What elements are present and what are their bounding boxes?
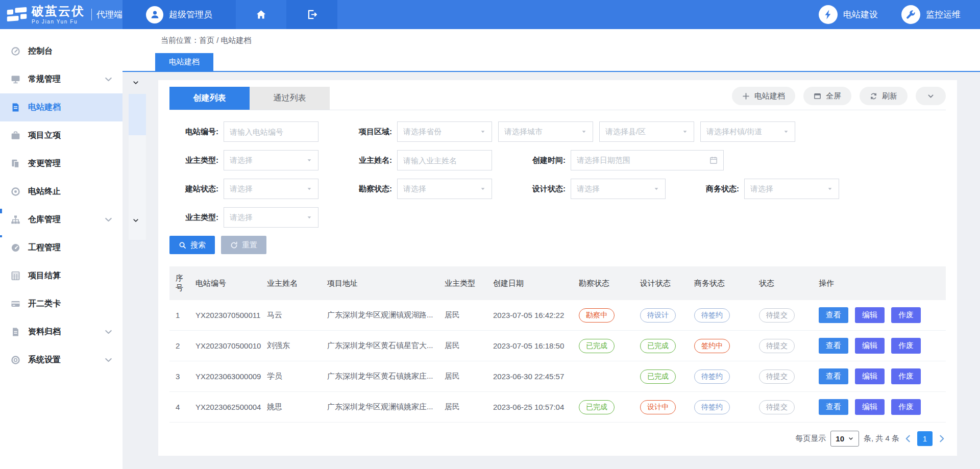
cell-station-code: YX2023062500004 [192,392,264,423]
column-header: 商务状态 [691,266,756,300]
logout-button[interactable] [286,0,337,29]
filter-select[interactable]: 请选择 [224,207,318,228]
main-content: 当前位置：首页 / 电站建档 电站建档 创建列表通过列表 电站建档全屏刷新 电站… [122,29,980,469]
table-body: 1YX2023070500011马云广东深圳龙华区观澜镇观湖路...居民2023… [169,300,946,423]
edit-button[interactable]: 编辑 [855,368,885,384]
lightning-icon [819,5,838,24]
column-header: 设计状态 [637,266,691,300]
sidebar-item-label: 系统设置 [28,355,61,365]
breadcrumb-item[interactable]: 首页 [199,36,214,44]
date-range-input[interactable]: 请选择日期范围 [571,150,724,170]
cell-station-code: YX2023063000009 [192,361,264,392]
cell-address: 广东深圳龙华区观澜镇观湖路... [324,300,442,331]
collapse-chevron-icon[interactable] [132,217,139,224]
sidebar-item-工程管理[interactable]: 工程管理 [0,234,122,262]
filter-select[interactable]: 请选择 [224,179,318,199]
toolbar-button-label: 电站建档 [754,91,785,101]
settings-icon [11,355,20,365]
page-tab-row: 电站建档 [122,53,980,72]
edit-button[interactable]: 编辑 [855,399,885,415]
filter-select[interactable]: 请选择县/区 [599,121,694,142]
card-icon [11,299,20,309]
toolbar-button-刷新[interactable]: 刷新 [860,87,908,105]
sidebar-item-电站建档[interactable]: 电站建档 [0,93,122,121]
sidebar-item-变更管理[interactable]: 变更管理 [0,150,122,178]
sidebar-item-系统设置[interactable]: 系统设置 [0,346,122,374]
cell-design-status: 已完成 [637,331,691,361]
filter-select[interactable]: 请选择村镇/街道 [700,121,795,142]
status-badge: 待签约 [694,400,730,414]
user-menu[interactable]: 超级管理员 [122,0,236,29]
view-button[interactable]: 查看 [819,338,848,354]
next-page-button[interactable] [937,434,946,443]
edit-button[interactable]: 编辑 [855,307,885,323]
filter-form: 电站编号:项目区域:请选择省份请选择城市请选择县/区请选择村镇/街道业主类型:请… [169,121,946,228]
wrench-icon [905,9,916,20]
cell-created-date: 2023-06-30 22:45:57 [490,361,576,392]
cell-status: 待提交 [756,392,816,423]
chevron-down-icon [104,215,113,225]
sidebar-item-项目结算[interactable]: 项目结算 [0,262,122,290]
view-button[interactable]: 查看 [819,307,848,323]
toolbar-button-电站建档[interactable]: 电站建档 [732,87,795,105]
sidebar-item-常规管理[interactable]: 常规管理 [0,65,122,93]
caret-down-icon [827,186,833,192]
tab-通过列表[interactable]: 通过列表 [250,87,330,110]
cell-station-code: YX2023070500010 [192,331,264,361]
topbar: 当前位置：首页 / 电站建档 电站建档 [122,29,980,72]
sitemap-icon [11,215,20,225]
table-header-row: 序号电站编号业主姓名项目地址业主类型创建日期勘察状态设计状态商务状态状态操作 [169,266,946,300]
status-badge: 待设计 [640,308,676,323]
cell-index: 2 [169,331,192,361]
toolbar-more-button[interactable] [916,87,946,105]
filter-input[interactable] [224,121,318,142]
toolbar-button-全屏[interactable]: 全屏 [803,87,851,105]
caret-down-icon [306,214,312,220]
status-badge: 待提交 [759,400,795,414]
edit-button[interactable]: 编辑 [855,338,885,354]
void-button[interactable]: 作废 [891,338,921,354]
sidebar-item-资料归档[interactable]: 资料归档 [0,318,122,346]
home-button[interactable] [236,0,286,29]
cell-owner-name: 刘强东 [264,331,324,361]
filter-select[interactable]: 请选择 [224,150,318,170]
prev-page-button[interactable] [904,434,913,443]
status-badge: 待提交 [759,339,795,353]
current-page[interactable]: 1 [917,431,933,446]
sidebar-item-项目立项[interactable]: 项目立项 [0,121,122,150]
tab-创建列表[interactable]: 创建列表 [169,87,250,110]
lightning-icon [823,9,834,20]
sidebar-item-开二类卡[interactable]: 开二类卡 [0,290,122,318]
quick-link[interactable]: 监控运维 [901,5,961,24]
cell-design-status: 待设计 [637,300,691,331]
table-row: 4YX2023062500004姚思广东深圳龙华区观澜镇姚家庄...居民2023… [169,392,946,423]
logo[interactable]: 破茧云伏 Po Jian Yun Fu 代理端 [0,0,122,29]
breadcrumb-item[interactable]: 电站建档 [221,36,252,44]
filter-select[interactable]: 请选择 [571,179,666,199]
view-button[interactable]: 查看 [819,368,848,384]
sidebar-item-控制台[interactable]: 控制台 [0,37,122,65]
view-button[interactable]: 查看 [819,399,848,415]
plus-icon [742,92,750,100]
reset-button[interactable]: 重置 [221,236,266,254]
filter-select[interactable]: 请选择城市 [498,121,593,142]
sidebar-item-label: 工程管理 [28,242,61,253]
filter-input[interactable] [397,150,492,170]
void-button[interactable]: 作废 [891,399,921,415]
void-button[interactable]: 作废 [891,368,921,384]
calculator-icon [11,271,20,281]
filter-select[interactable]: 请选择省份 [397,121,492,142]
page-tab[interactable]: 电站建档 [155,53,213,71]
per-page-select[interactable]: 10 [830,431,859,447]
quick-link[interactable]: 电站建设 [819,5,878,24]
filter-select[interactable]: 请选择 [744,179,839,199]
void-button[interactable]: 作废 [891,307,921,323]
sidebar-item-电站终止[interactable]: 电站终止 [0,178,122,206]
status-badge: 待提交 [759,369,795,384]
collapse-chevron-icon[interactable] [132,79,139,86]
sidebar-item-仓库管理[interactable]: 仓库管理 [0,206,122,234]
search-button[interactable]: 搜索 [169,236,215,254]
filter-select[interactable]: 请选择 [397,179,492,199]
status-badge: 已完成 [640,369,676,384]
per-page-value: 10 [836,434,844,443]
